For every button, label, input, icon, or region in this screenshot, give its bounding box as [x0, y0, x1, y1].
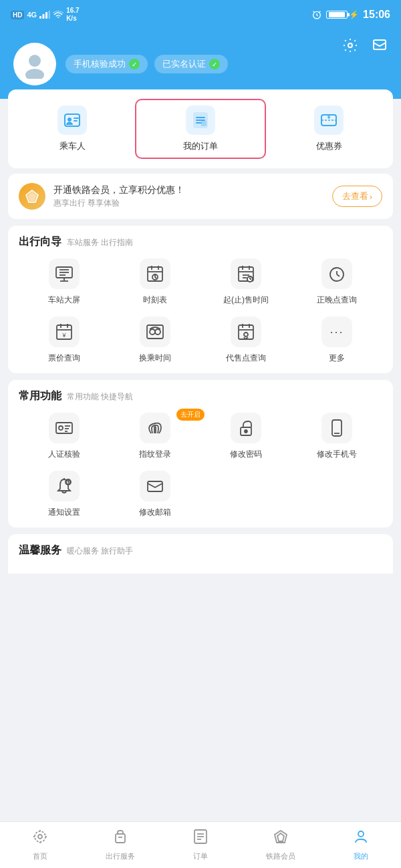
grid-item-change-phone[interactable]: 修改手机号 [291, 413, 382, 460]
avatar-person-icon [20, 49, 49, 79]
agency-label: 代售点查询 [226, 353, 266, 364]
change-password-label: 修改密码 [230, 449, 262, 460]
svg-point-5 [348, 43, 352, 47]
nav-mine-label: 我的 [354, 851, 368, 861]
svg-rect-6 [374, 40, 386, 49]
id-verify-icon [49, 413, 80, 443]
more-label: 更多 [329, 353, 345, 364]
sale-time-icon [231, 258, 261, 289]
svg-text:¥: ¥ [327, 114, 330, 120]
grid-item-big-screen[interactable]: 车站大屏 [19, 258, 110, 306]
svg-rect-17 [201, 121, 207, 126]
grid-item-transfer[interactable]: 换乘时间 [110, 316, 200, 364]
svg-rect-76 [148, 481, 162, 491]
grid-item-id-verify[interactable]: 人证核验 [19, 413, 110, 460]
nav-item-home[interactable]: 首页 [0, 822, 80, 868]
grid-item-more[interactable]: ··· 更多 [291, 316, 382, 364]
membership-banner: 开通铁路会员，立享积分优惠！ 惠享出行 尊享体验 去查看 › [8, 174, 393, 219]
common-functions-subtitle: 常用功能 快捷导航 [67, 391, 133, 403]
svg-point-55 [150, 329, 155, 335]
common-functions-header: 常用功能 常用功能 快捷导航 [19, 389, 382, 403]
passenger-icon [57, 105, 87, 135]
speed-display: 16.7K/s [66, 7, 79, 23]
svg-rect-83 [116, 834, 125, 843]
signal-icon [39, 11, 50, 19]
big-screen-icon [49, 258, 80, 289]
grid-item-fingerprint[interactable]: 去开启 指纹登录 [110, 413, 200, 460]
change-email-icon [140, 471, 170, 501]
message-icon[interactable] [369, 35, 390, 56]
mine-icon [353, 829, 369, 849]
quick-item-passenger[interactable]: 乘车人 [8, 100, 136, 158]
settings-icon[interactable] [340, 35, 361, 56]
svg-point-8 [25, 69, 44, 79]
svg-point-68 [245, 430, 247, 433]
more-icon: ··· [321, 316, 352, 347]
orders-label: 我的订单 [183, 140, 218, 152]
svg-rect-0 [39, 16, 41, 19]
nav-item-membership[interactable]: 铁路会员 [241, 822, 321, 868]
membership-diamond-icon [19, 183, 45, 210]
change-password-icon [231, 413, 261, 443]
status-right: ⚡ 15:06 [311, 9, 390, 21]
grid-item-delay[interactable]: 正晚点查询 [291, 258, 382, 306]
svg-point-91 [358, 831, 364, 837]
nav-travel-label: 出行服务 [106, 851, 135, 861]
membership-subtitle: 惠享出行 尊享体验 [53, 198, 324, 209]
svg-point-61 [244, 333, 248, 337]
svg-point-77 [38, 835, 42, 839]
status-bar: HD 4G 16.7K/s ⚡ 15:0 [0, 0, 401, 29]
quick-menu-card: 乘车人 我的订单 [8, 89, 393, 168]
network-icon: 4G [27, 11, 37, 19]
quick-item-coupon[interactable]: ¥ 优惠券 [265, 100, 393, 158]
membership-button[interactable]: 去查看 › [332, 186, 382, 207]
id-verify-label: 人证核验 [48, 449, 80, 460]
grid-item-timetable[interactable]: 时刻表 [110, 258, 200, 306]
nav-item-travel[interactable]: 出行服务 [80, 822, 160, 868]
passenger-label: 乘车人 [59, 140, 86, 152]
warm-service-subtitle: 暖心服务 旅行助手 [67, 546, 133, 557]
nav-membership-label: 铁路会员 [266, 851, 295, 861]
travel-guide-header: 出行向导 车站服务 出行指南 [19, 235, 382, 249]
notification-label: 通知设置 [48, 507, 80, 518]
grid-item-agency[interactable]: 代售点查询 [200, 316, 291, 364]
delay-icon [321, 258, 352, 289]
status-left: HD 4G 16.7K/s [11, 7, 80, 23]
svg-rect-1 [43, 14, 45, 19]
warm-service-header: 温馨服务 暖心服务 旅行助手 [19, 544, 382, 558]
svg-line-35 [155, 277, 156, 278]
svg-point-56 [155, 329, 160, 335]
change-phone-label: 修改手机号 [317, 449, 357, 460]
nav-home-label: 首页 [33, 851, 47, 861]
nav-item-orders[interactable]: 订单 [160, 822, 241, 868]
hd-badge: HD [11, 11, 24, 19]
travel-guide-grid: 车站大屏 时刻表 [19, 258, 382, 364]
svg-marker-90 [277, 833, 284, 841]
agency-icon [231, 316, 261, 347]
common-functions-section: 常用功能 常用功能 快捷导航 人证核验 [8, 380, 393, 527]
bottom-navigation: 首页 出行服务 订单 铁路会 [0, 821, 401, 868]
user-info-row: 手机核验成功 ✓ 已实名认证 ✓ [13, 43, 388, 85]
svg-point-63 [59, 426, 63, 430]
quick-menu-row: 乘车人 我的订单 [8, 100, 393, 158]
grid-item-change-email[interactable]: 修改邮箱 [110, 471, 200, 518]
grid-item-change-password[interactable]: 修改密码 [200, 413, 291, 460]
timetable-icon [140, 258, 170, 289]
timetable-label: 时刻表 [143, 294, 167, 306]
phone-check-icon: ✓ [129, 59, 140, 69]
fingerprint-badge: 去开启 [176, 409, 205, 421]
wifi-icon [53, 11, 63, 19]
nav-item-mine[interactable]: 我的 [321, 822, 401, 868]
membership-text-block: 开通铁路会员，立享积分优惠！ 惠享出行 尊享体验 [53, 184, 324, 209]
delay-label: 正晚点查询 [317, 294, 357, 306]
phone-verified-badge: 手机核验成功 ✓ [65, 55, 148, 73]
grid-item-notification[interactable]: 通知设置 [19, 471, 110, 518]
battery-display: ⚡ [326, 10, 359, 19]
grid-item-sale-time[interactable]: 起(止)售时间 [200, 258, 291, 306]
price-icon: ¥ [49, 316, 80, 347]
svg-line-48 [337, 274, 340, 276]
quick-item-orders[interactable]: 我的订单 [135, 99, 266, 159]
grid-item-price[interactable]: ¥ 票价查询 [19, 316, 110, 364]
svg-text:¥: ¥ [61, 332, 66, 339]
membership-nav-icon [273, 829, 289, 849]
